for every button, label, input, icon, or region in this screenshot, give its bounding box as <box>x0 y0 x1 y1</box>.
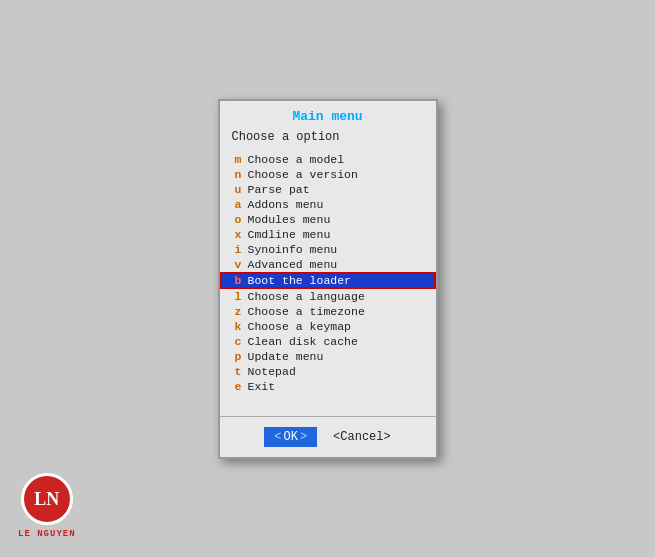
menu-label-l: Choose a language <box>248 290 365 303</box>
main-dialog: Main menu Choose a option mChoose a mode… <box>218 99 438 459</box>
dialog-subtitle: Choose a option <box>220 128 436 150</box>
menu-label-b: Boot the loader <box>248 274 352 287</box>
dialog-title: Main menu <box>220 101 436 128</box>
menu-label-o: Modules menu <box>248 213 331 226</box>
menu-label-i: Synoinfo menu <box>248 243 338 256</box>
menu-key-u: u <box>228 183 242 196</box>
menu-key-k: k <box>228 320 242 333</box>
menu-key-e: e <box>228 380 242 393</box>
menu-label-t: Notepad <box>248 365 296 378</box>
menu-item-p[interactable]: pUpdate menu <box>220 349 436 364</box>
menu-label-v: Advanced menu <box>248 258 338 271</box>
menu-item-e[interactable]: eExit <box>220 379 436 394</box>
ok-button[interactable]: OK <box>264 427 317 447</box>
menu-label-p: Update menu <box>248 350 324 363</box>
menu-item-b[interactable]: bBoot the loader <box>220 272 436 289</box>
menu-key-i: i <box>228 243 242 256</box>
menu-key-n: n <box>228 168 242 181</box>
menu-key-p: p <box>228 350 242 363</box>
menu-label-z: Choose a timezone <box>248 305 365 318</box>
menu-label-a: Addons menu <box>248 198 324 211</box>
menu-label-x: Cmdline menu <box>248 228 331 241</box>
watermark-name: LE NGUYEN <box>18 529 76 539</box>
menu-key-l: l <box>228 290 242 303</box>
watermark-initials: LN <box>34 489 59 510</box>
menu-label-e: Exit <box>248 380 276 393</box>
menu-item-z[interactable]: zChoose a timezone <box>220 304 436 319</box>
menu-item-a[interactable]: aAddons menu <box>220 197 436 212</box>
dialog-footer: OK <Cancel> <box>220 416 436 457</box>
cancel-button[interactable]: <Cancel> <box>333 430 391 444</box>
menu-key-a: a <box>228 198 242 211</box>
menu-label-k: Choose a keymap <box>248 320 352 333</box>
menu-key-v: v <box>228 258 242 271</box>
menu-item-i[interactable]: iSynoinfo menu <box>220 242 436 257</box>
menu-key-t: t <box>228 365 242 378</box>
menu-item-x[interactable]: xCmdline menu <box>220 227 436 242</box>
menu-label-n: Choose a version <box>248 168 358 181</box>
menu-item-u[interactable]: uParse pat <box>220 182 436 197</box>
menu-key-b: b <box>228 274 242 287</box>
menu-item-k[interactable]: kChoose a keymap <box>220 319 436 334</box>
menu-key-x: x <box>228 228 242 241</box>
menu-item-v[interactable]: vAdvanced menu <box>220 257 436 272</box>
menu-item-l[interactable]: lChoose a language <box>220 289 436 304</box>
menu-key-c: c <box>228 335 242 348</box>
menu-item-t[interactable]: tNotepad <box>220 364 436 379</box>
menu-label-c: Clean disk cache <box>248 335 358 348</box>
menu-item-n[interactable]: nChoose a version <box>220 167 436 182</box>
watermark: LN LE NGUYEN <box>18 473 76 539</box>
menu-area: mChoose a modelnChoose a versionuParse p… <box>220 150 436 410</box>
menu-key-m: m <box>228 153 242 166</box>
menu-item-m[interactable]: mChoose a model <box>220 152 436 167</box>
menu-label-m: Choose a model <box>248 153 345 166</box>
menu-label-u: Parse pat <box>248 183 310 196</box>
menu-key-o: o <box>228 213 242 226</box>
watermark-logo: LN <box>21 473 73 525</box>
menu-item-o[interactable]: oModules menu <box>220 212 436 227</box>
menu-item-c[interactable]: cClean disk cache <box>220 334 436 349</box>
menu-key-z: z <box>228 305 242 318</box>
